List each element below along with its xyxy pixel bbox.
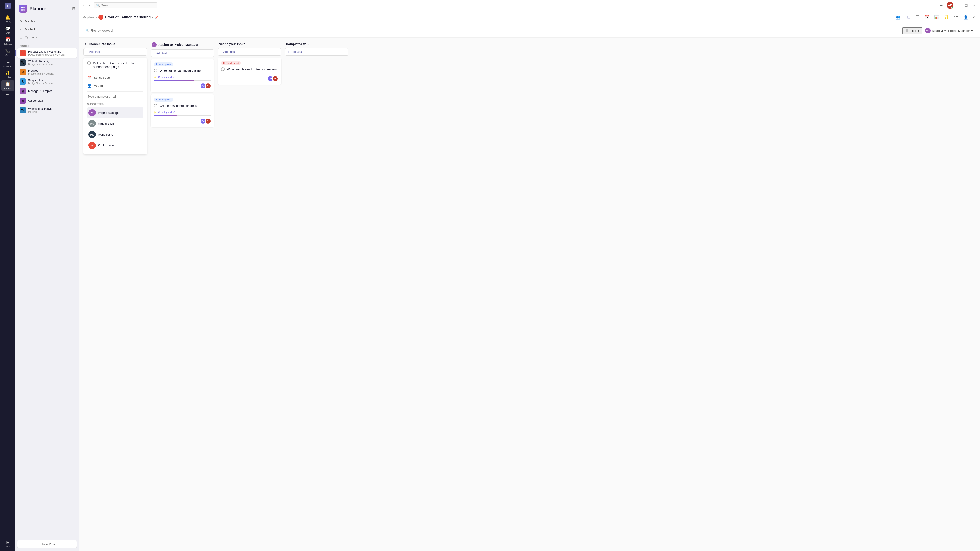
more-options-button[interactable]: ••• (938, 3, 945, 8)
add-task-button-assign-pm[interactable]: + Add task (151, 49, 214, 57)
suggested-item-miguel[interactable]: MS Miguel Silva (87, 118, 143, 129)
teams-logo: T (4, 2, 12, 10)
add-task-button-incomplete[interactable]: + Add task (83, 48, 147, 56)
suggested-item-mona[interactable]: MK Mona Kane (87, 129, 143, 140)
task-checkbox-1[interactable] (154, 69, 158, 72)
calendar-nav-wrapper: 📅 Calendar (2, 36, 14, 46)
col-header-assign-pm: PM Assign to Project Manager (151, 42, 214, 47)
assign-name-input[interactable] (88, 95, 143, 98)
sidebar-nav: ☀ My Day ☑ My Tasks ⊞ My Plans (16, 16, 79, 42)
plan-item-product-launch[interactable]: 🔖 Product Launch Marketing Device Market… (17, 48, 77, 58)
task-title-3: Write launch email to team members (227, 67, 277, 71)
close-button[interactable]: ✕ (971, 3, 977, 8)
chat-label: Chat (5, 32, 10, 34)
sidebar-item-activity[interactable]: 🔔 Activity (2, 14, 14, 24)
sidebar-item-apps[interactable]: ⊞ Apps (2, 538, 14, 549)
tab-schedule[interactable]: 📅 (922, 13, 931, 21)
user-avatar[interactable]: AK (947, 2, 953, 9)
back-button[interactable]: ‹ (82, 3, 86, 8)
forward-button[interactable]: › (87, 3, 92, 8)
sidebar-item-onedrive[interactable]: ☁ OneDrive (2, 58, 14, 69)
ai-icon-1: ✨ (154, 76, 157, 79)
status-dot-3 (223, 62, 224, 64)
sug-name-miguel: Miguel Silva (98, 122, 114, 125)
col-avatar-pm: PM (151, 42, 156, 47)
sidebar-toggle-icon[interactable]: ⊟ (72, 6, 75, 11)
suggested-item-pm[interactable]: PM Project Manager (87, 107, 143, 118)
tab-more[interactable]: ••• (952, 13, 961, 21)
icon-bar-bottom: ⊞ Apps (2, 538, 14, 549)
calendar-icon: 📅 (5, 37, 10, 42)
filter-input[interactable] (90, 29, 136, 32)
tab-grid[interactable]: ☰ (913, 13, 921, 21)
plan-icon-product-launch: 🔖 (19, 50, 26, 56)
plan-name-simple-plan: Simple plan (28, 79, 53, 82)
new-plan-button[interactable]: + New Plan (17, 540, 77, 548)
assignee-group-1: PM AK (200, 83, 211, 89)
icon-bar-top: 🔔 Activity 💬 Chat 📅 Calendar 📞 Calls (2, 14, 14, 538)
plan-item-weekly-design[interactable]: W Weekly design sync Meeting (17, 105, 77, 115)
calendar-label: Calendar (4, 43, 12, 45)
board: All incomplete tasks + Add task Define t… (79, 38, 980, 551)
status-label-1: In-progress (159, 63, 171, 66)
task-checkbox-2[interactable] (154, 104, 158, 108)
breadcrumb-chevron-icon: › (96, 16, 97, 19)
plan-item-manager-topics[interactable]: ⊞ Manager 1:1 topics (17, 86, 77, 96)
plan-name-manager-topics: Manager 1:1 topics (28, 90, 52, 93)
board-view-avatar: PM (925, 28, 931, 33)
status-label-3: Needs input (226, 62, 239, 64)
tab-chart[interactable]: 📊 (932, 13, 942, 21)
nav-item-my-plans[interactable]: ⊞ My Plans (17, 33, 77, 41)
due-date-label: Set due date (94, 76, 111, 79)
board-view-button[interactable]: PM Board view: Project Manager ▾ (923, 27, 975, 35)
breadcrumb-my-plans[interactable]: My plans (83, 16, 94, 19)
sidebar-item-copilot[interactable]: ✨ Copilot (2, 69, 14, 80)
chat-nav-wrapper: 💬 Chat (2, 25, 14, 35)
sidebar-item-chat[interactable]: 💬 Chat (2, 25, 14, 35)
pin-icon[interactable]: 📌 (155, 16, 158, 19)
filter-button[interactable]: ☰ Filter ▾ (902, 27, 923, 34)
new-plan-label: New Plan (42, 542, 55, 546)
plan-item-text-simple-plan: Simple plan Design Team > General (28, 79, 53, 84)
task-card-deck: In-progress Create new campaign deck ✨ C… (151, 94, 214, 127)
suggested-item-kat[interactable]: KL Kat Larsson (87, 140, 143, 151)
due-date-action[interactable]: 📅 Set due date (87, 74, 143, 82)
help-icon[interactable]: ? (971, 14, 976, 20)
nav-item-my-tasks[interactable]: ☑ My Tasks (17, 25, 77, 33)
tab-board[interactable]: ⊞ (905, 13, 913, 21)
plus-icon-needs-input: + (220, 50, 222, 54)
add-task-button-completed[interactable]: + Add task (285, 48, 348, 56)
svg-rect-3 (23, 6, 25, 8)
planner-nav-icon: 📋 (5, 82, 10, 87)
plan-item-monaco[interactable]: M Monaco Product Team > General (17, 67, 77, 77)
assign-action[interactable]: 👤 Assign (87, 82, 143, 90)
task-card-outline: In-progress Write launch campaign outlin… (151, 59, 214, 92)
search-input[interactable] (101, 4, 155, 7)
top-bar: ‹ › 🔍 ••• AK — ☐ ✕ (79, 0, 980, 11)
plan-item-career-plan[interactable]: ⊞ Career plan (17, 96, 77, 105)
minimize-button[interactable]: — (955, 3, 962, 8)
plan-item-simple-plan[interactable]: S Simple plan Design Team > General (17, 77, 77, 86)
group-icon[interactable]: 👤 (962, 14, 970, 21)
person-action-icon: 👤 (87, 83, 92, 88)
sidebar-item-more[interactable]: ••• (2, 91, 14, 98)
sidebar-item-calls[interactable]: 📞 Calls (2, 47, 14, 57)
sidebar-item-calendar[interactable]: 📅 Calendar (2, 36, 14, 46)
board-view-label: Board view: Project Manager (932, 29, 970, 32)
task-row-2: Create new campaign deck (154, 104, 211, 110)
tab-copilot[interactable]: ✨ (942, 13, 951, 21)
task-checkbox-3[interactable] (221, 67, 224, 71)
maximize-button[interactable]: ☐ (963, 3, 970, 8)
add-task-button-needs-input[interactable]: + Add task (218, 48, 281, 56)
filter-chevron-icon: ▾ (918, 29, 919, 32)
calls-label: Calls (5, 54, 10, 56)
nav-item-my-day[interactable]: ☀ My Day (17, 17, 77, 25)
calls-icon: 📞 (5, 48, 10, 53)
copilot-icon: ✨ (5, 70, 10, 76)
sidebar-footer: + New Plan (16, 537, 79, 551)
col-title-incomplete: All incomplete tasks (84, 42, 115, 46)
plan-item-website-redesign[interactable]: W Website Redesign Design Team > General (17, 58, 77, 67)
sidebar-item-planner[interactable]: 📋 Planner (2, 80, 14, 91)
task-checkbox-assign[interactable] (87, 62, 91, 65)
share-icon[interactable]: 👥 (894, 14, 902, 21)
